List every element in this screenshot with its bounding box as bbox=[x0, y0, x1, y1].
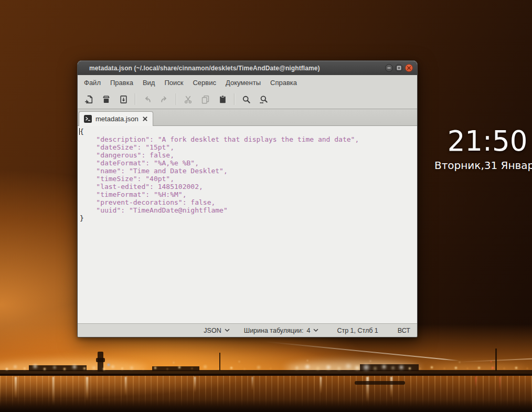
wallpaper-reflection bbox=[125, 377, 126, 396]
text-cursor bbox=[79, 128, 80, 135]
new-document-button[interactable] bbox=[82, 92, 95, 106]
editor-text-area[interactable]: { "description": "A fork desklet that di… bbox=[78, 126, 417, 323]
editor-line: "timeFormat": "%H:%M", bbox=[80, 191, 417, 198]
toolbar-separator bbox=[135, 93, 135, 105]
editor-line: "timeSize": "40pt", bbox=[80, 175, 417, 183]
cursor-position: Стр 1, Стлб 1 bbox=[337, 327, 378, 334]
wallpaper-control-tower bbox=[98, 352, 103, 372]
tab-width-value: 4 bbox=[306, 327, 310, 334]
find-button[interactable] bbox=[239, 92, 253, 106]
wallpaper-reflection bbox=[320, 377, 322, 394]
clock-time: 21:50 bbox=[434, 125, 532, 157]
chevron-down-icon bbox=[313, 329, 318, 332]
editor-lines: { "description": "A fork desklet that di… bbox=[80, 128, 417, 222]
wallpaper-city-lights bbox=[0, 0, 1, 1]
wallpaper-reflection bbox=[252, 377, 253, 390]
tab-width-label: Ширина табуляции: bbox=[244, 327, 304, 334]
toolbar-group bbox=[239, 92, 270, 106]
text-file-icon bbox=[84, 115, 92, 123]
toolbar-separator bbox=[234, 93, 235, 105]
language-selector[interactable]: JSON bbox=[204, 327, 229, 334]
clock-desklet[interactable]: 21:50 Вторник,31 Январь bbox=[434, 125, 532, 172]
close-icon bbox=[407, 66, 411, 70]
menubar: ФайлПравкаВидПоискСервисДокументыСправка bbox=[78, 75, 417, 90]
menu-item-документы[interactable]: Документы bbox=[221, 77, 265, 89]
toolbar bbox=[78, 90, 417, 109]
wallpaper-bottom-vignette bbox=[0, 400, 532, 412]
window-titlebar[interactable]: metadata.json (~/.local/share/cinnamon/d… bbox=[78, 61, 417, 75]
editor-line: "prevent-decorations": false, bbox=[80, 198, 417, 206]
menu-item-справка[interactable]: Справка bbox=[265, 77, 302, 89]
copy-icon bbox=[201, 95, 210, 104]
copy-button bbox=[198, 92, 212, 106]
input-mode-indicator: ВСТ bbox=[398, 327, 410, 334]
paste-icon bbox=[218, 95, 227, 104]
editor-line: } bbox=[80, 214, 417, 222]
close-tab-icon[interactable] bbox=[142, 116, 148, 122]
paste-button[interactable] bbox=[216, 92, 229, 106]
wallpaper-boat-silhouette bbox=[355, 381, 405, 385]
wallpaper-radio-tower bbox=[495, 348, 497, 371]
save-button[interactable] bbox=[116, 92, 130, 106]
menu-item-вид[interactable]: Вид bbox=[138, 77, 160, 89]
cut-button bbox=[181, 92, 195, 106]
tab-metadata-json[interactable]: metadata.json bbox=[79, 111, 153, 126]
cut-icon bbox=[184, 95, 193, 104]
window-controls bbox=[385, 64, 413, 72]
editor-line: { bbox=[80, 128, 417, 135]
toolbar-group bbox=[140, 92, 171, 106]
wallpaper-reflection bbox=[499, 377, 501, 390]
language-value: JSON bbox=[204, 327, 221, 334]
save-icon bbox=[119, 95, 128, 104]
tab-width-selector[interactable]: Ширина табуляции: 4 bbox=[244, 327, 319, 334]
toolbar-group bbox=[82, 92, 130, 106]
window-title: metadata.json (~/.local/share/cinnamon/d… bbox=[89, 65, 385, 72]
toolbar-separator bbox=[176, 93, 176, 105]
editor-line: "dateFormat": "%A,%e %B", bbox=[80, 159, 417, 167]
editor-line: "dangerous": false, bbox=[80, 151, 417, 159]
wallpaper-reflection bbox=[390, 377, 392, 398]
wallpaper-reflection bbox=[15, 377, 17, 399]
menu-item-поиск[interactable]: Поиск bbox=[159, 77, 188, 89]
close-button[interactable] bbox=[405, 64, 413, 72]
new-document-icon bbox=[84, 95, 93, 104]
tab-label: metadata.json bbox=[95, 115, 139, 123]
editor-line: "last-edited": 1485102002, bbox=[80, 183, 417, 191]
undo-icon bbox=[143, 95, 152, 104]
minimize-button[interactable] bbox=[385, 64, 393, 72]
cursor-position-value: Стр 1, Стлб 1 bbox=[337, 327, 378, 334]
find-icon bbox=[242, 95, 251, 104]
menu-item-правка[interactable]: Правка bbox=[105, 77, 138, 89]
statusbar: JSON Ширина табуляции: 4 Стр 1, Стлб 1 В… bbox=[78, 323, 417, 337]
minimize-icon bbox=[387, 66, 391, 70]
wallpaper-reflection bbox=[475, 377, 476, 387]
editor-line: "dateSize": "15pt", bbox=[80, 143, 417, 151]
clock-date: Вторник,31 Январь bbox=[434, 159, 532, 172]
tab-bar: metadata.json bbox=[78, 109, 417, 126]
undo-button bbox=[140, 92, 154, 106]
redo-button bbox=[157, 92, 171, 106]
redo-icon bbox=[160, 95, 169, 104]
wallpaper-reflection bbox=[194, 377, 196, 393]
editor-line: "uuid": "TimeAndDate@nightflame" bbox=[80, 206, 417, 214]
find-replace-icon bbox=[259, 95, 268, 104]
wallpaper-mast bbox=[219, 353, 220, 371]
editor-line: "name": "Time and Date Desklet", bbox=[80, 167, 417, 175]
maximize-icon bbox=[397, 66, 401, 70]
wallpaper-reflection bbox=[86, 377, 88, 401]
chevron-down-icon bbox=[225, 329, 230, 332]
open-icon bbox=[102, 95, 111, 104]
toolbar-group bbox=[181, 92, 229, 106]
find-replace-button[interactable] bbox=[257, 92, 270, 106]
input-mode-value: ВСТ bbox=[398, 327, 410, 334]
menu-item-файл[interactable]: Файл bbox=[79, 77, 105, 89]
menu-item-сервис[interactable]: Сервис bbox=[188, 77, 221, 89]
text-editor-window: metadata.json (~/.local/share/cinnamon/d… bbox=[77, 60, 418, 337]
editor-line: "description": "A fork desklet that disp… bbox=[80, 135, 417, 143]
maximize-button[interactable] bbox=[395, 64, 403, 72]
open-button[interactable] bbox=[99, 92, 113, 106]
